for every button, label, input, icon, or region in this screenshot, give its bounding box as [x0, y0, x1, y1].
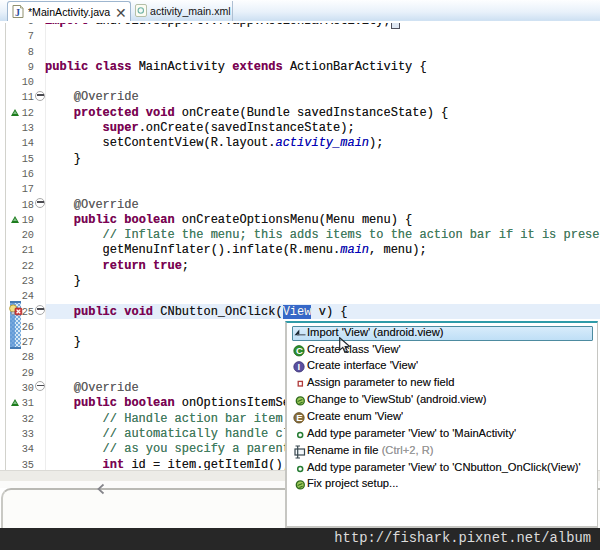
- svg-text:I: I: [298, 362, 301, 373]
- svg-text:E: E: [296, 412, 303, 423]
- svg-text:J: J: [15, 7, 20, 18]
- svg-text:C: C: [296, 345, 303, 356]
